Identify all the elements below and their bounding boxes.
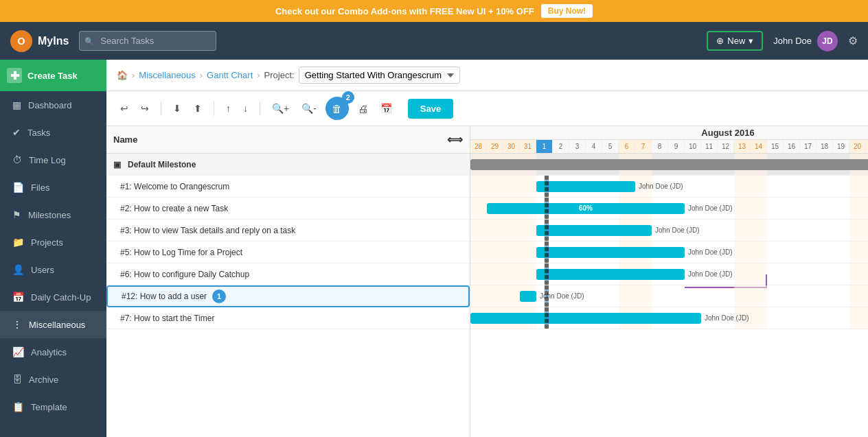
undo-button[interactable]: ↩ (117, 101, 132, 116)
sidebar-item-miscellaneous[interactable]: ⋮ Miscellaneous (0, 311, 106, 338)
date-cell-3: 3 (569, 140, 586, 153)
move-up-button[interactable]: ↑ (222, 101, 234, 116)
delete-badge: 2 (342, 91, 354, 104)
sidebar-item-tasks[interactable]: ✔ Tasks (0, 119, 106, 146)
daily-catchup-icon: 📅 (12, 292, 24, 303)
assignee-label: John Doe (JD) (688, 248, 732, 256)
buy-now-button[interactable]: Buy Now! (541, 4, 593, 18)
today-line (545, 176, 549, 197)
date-cell-1: 1 (536, 140, 553, 153)
zoom-out-button[interactable]: 🔍- (298, 101, 320, 116)
assignee-label: John Doe (JD) (688, 270, 732, 278)
table-row[interactable]: #6: How to configure Daily Catchup (106, 263, 470, 285)
date-cell-9: 9 (668, 140, 685, 153)
settings-icon[interactable]: ⚙ (848, 34, 858, 47)
date-cell-5: 5 (602, 140, 619, 153)
table-row[interactable]: #1: Welcome to Orangescrum (106, 176, 470, 198)
sidebar-item-label: Dashboard (28, 100, 72, 110)
content-area: 🏠 › Miscellaneous › Gantt Chart › Projec… (106, 60, 868, 437)
tasks-icon: ✔ (12, 127, 21, 138)
sidebar-item-template[interactable]: 📋 Template (0, 393, 106, 421)
today-line (545, 220, 549, 241)
date-cell-14: 14 (751, 140, 767, 153)
date-cell-6: 6 (619, 140, 635, 153)
sidebar-item-label: Users (31, 265, 54, 275)
sidebar-item-label: Tasks (27, 128, 50, 138)
today-line (545, 307, 549, 329)
date-cell-28: 28 (470, 140, 487, 153)
date-cell-2: 2 (553, 140, 569, 153)
task-label: #7: How to start the Timer (120, 314, 214, 323)
create-task-label: Create Task (27, 71, 78, 81)
sidebar-item-users[interactable]: 👤 Users (0, 256, 106, 283)
breadcrumb-gantt[interactable]: Gantt Chart (207, 70, 253, 80)
date-cell-13: 13 (734, 140, 751, 153)
task-bar (470, 313, 701, 324)
chart-row-4: John Doe (JD) (470, 241, 868, 263)
indent-increase-button[interactable]: ⬇ (170, 101, 185, 116)
date-cell-11: 11 (701, 140, 718, 153)
miscellaneous-icon: ⋮ (12, 319, 22, 330)
collapse-icon: ▣ (113, 160, 121, 169)
task-bar (536, 247, 685, 258)
banner-text: Check out our Combo Add-ons with FREE Ne… (275, 6, 534, 16)
table-row[interactable]: #2: How to create a new Task (106, 198, 470, 220)
table-row[interactable]: #5: How to Log Time for a Project (106, 241, 470, 263)
table-row[interactable]: #3: How to view Task details and reply o… (106, 220, 470, 241)
save-button[interactable]: Save (408, 99, 453, 119)
date-cell-8: 8 (652, 140, 668, 153)
sidebar-item-label: Archive (29, 375, 58, 385)
user-name: John Doe (773, 36, 812, 46)
assignee-label: John Doe (JD) (688, 204, 732, 212)
home-icon[interactable]: 🏠 (117, 70, 128, 80)
date-cell-29: 29 (487, 140, 503, 153)
logo-icon: O (10, 30, 32, 52)
print-button[interactable]: 🖨 (354, 101, 372, 117)
milestones-icon: ⚑ (12, 209, 21, 220)
new-button[interactable]: ⊕ New ▾ (707, 31, 763, 51)
today-line (545, 285, 549, 307)
task-label: #1: Welcome to Orangescrum (120, 182, 229, 191)
timelog-icon: ⏱ (12, 154, 22, 165)
task-badge: 1 (212, 290, 226, 303)
date-cell-15: 15 (767, 140, 784, 153)
sidebar-item-analytics[interactable]: 📈 Analytics (0, 338, 106, 366)
create-task-button[interactable]: ✚ Create Task (0, 60, 106, 91)
sidebar-item-archive[interactable]: 🗄 Archive (0, 366, 106, 393)
sidebar-item-milestones[interactable]: ⚑ Milestones (0, 201, 106, 228)
assignee-label: John Doe (JD) (705, 314, 749, 322)
divider1 (161, 101, 161, 116)
date-cell-7: 7 (635, 140, 652, 153)
milestone-row[interactable]: ▣ Default Milestone (106, 154, 470, 176)
date-cell-19: 19 (833, 140, 849, 153)
sidebar-item-dashboard[interactable]: ▦ Dashboard (0, 91, 106, 119)
redo-button[interactable]: ↪ (137, 101, 152, 116)
table-row[interactable]: #7: How to start the Timer (106, 307, 470, 329)
calendar-button[interactable]: 📅 (377, 101, 396, 116)
search-input[interactable] (79, 31, 216, 51)
task-label: #5: How to Log Time for a Project (120, 248, 242, 257)
project-select[interactable]: Getting Started With Orangescrum (299, 67, 460, 84)
gantt-chart-body: John Doe (JD)60%John Doe (JD)John Doe (J… (470, 154, 868, 329)
sidebar-item-label: Daily Catch-Up (31, 292, 91, 303)
gantt-area: Name ⟺ ▣ Default Milestone #1: Welcome t… (106, 126, 868, 437)
sidebar-item-daily-catchup[interactable]: 📅 Daily Catch-Up (0, 283, 106, 311)
breadcrumb: 🏠 › Miscellaneous › Gantt Chart › Projec… (106, 60, 868, 91)
sidebar-item-timelog[interactable]: ⏱ Time Log (0, 146, 106, 174)
chart-row-5: John Doe (JD) (470, 263, 868, 285)
task-bar (520, 291, 536, 302)
progress-label: 60% (579, 204, 593, 212)
divider3 (260, 101, 260, 116)
indent-decrease-button[interactable]: ⬆ (190, 101, 205, 116)
app-name: MyIns (38, 35, 69, 47)
table-row-selected[interactable]: #12: How to add a user 1 (106, 285, 470, 307)
breadcrumb-miscellaneous[interactable]: Miscellaneous (139, 70, 195, 80)
zoom-in-button[interactable]: 🔍+ (269, 101, 293, 116)
analytics-icon: 📈 (12, 346, 24, 357)
move-down-button[interactable]: ↓ (240, 101, 251, 116)
sidebar-item-files[interactable]: 📄 Files (0, 174, 106, 201)
sidebar-item-label: Template (31, 402, 67, 412)
sidebar-item-projects[interactable]: 📁 Projects (0, 228, 106, 256)
projects-icon: 📁 (12, 237, 24, 248)
sidebar-item-label: Milestones (28, 210, 71, 220)
